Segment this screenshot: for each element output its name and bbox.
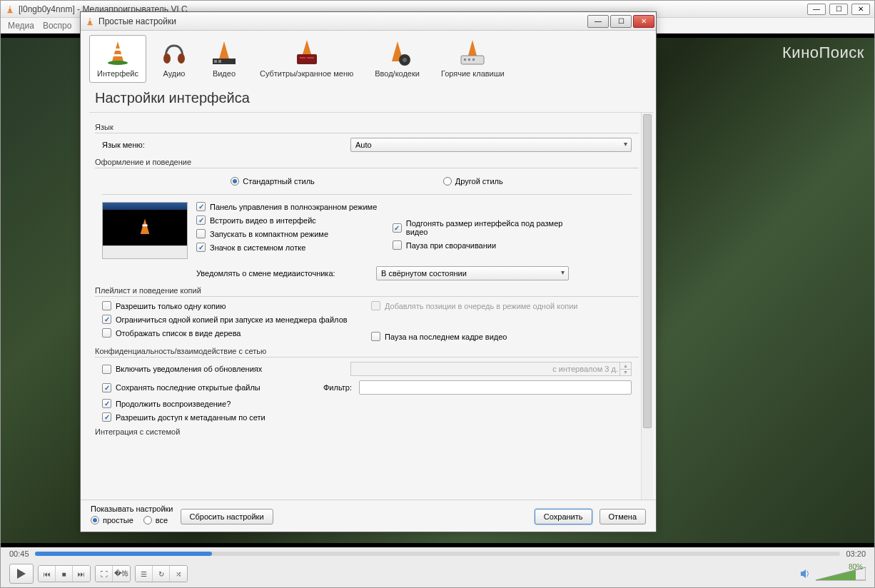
notify-select[interactable]: В свёрнутом состоянии — [376, 266, 569, 280]
preferences-dialog: Простые настройки — ☐ ✕ Интерфейс Аудио … — [80, 11, 657, 532]
scroll-thumb[interactable] — [643, 114, 652, 428]
section-language: Язык — [95, 123, 639, 133]
checkbox-enqueue: Добавлять позиции в очередь в режиме одн… — [371, 301, 632, 310]
svg-rect-1 — [9, 7, 11, 8]
dialog-minimize-button[interactable]: — — [587, 15, 609, 28]
radio-custom-style[interactable]: Другой стиль — [443, 177, 503, 186]
tab-input-codecs[interactable]: Ввод/кодеки — [367, 35, 428, 83]
time-elapsed[interactable]: 00:45 — [9, 549, 29, 558]
subtitles-icon — [293, 39, 321, 67]
seek-slider[interactable] — [35, 552, 841, 556]
checkbox-pause-minimize[interactable]: Пауза при сворачивании — [393, 240, 580, 250]
checkbox-one-instance[interactable]: Разрешить только одну копию — [102, 301, 363, 310]
tab-label: Видео — [213, 69, 236, 78]
ext-settings-button[interactable]: �饰 — [113, 566, 130, 582]
close-button[interactable]: ✕ — [851, 4, 870, 15]
tab-hotkeys[interactable]: Горячие клавиши — [433, 35, 512, 83]
checkbox-resume-playback[interactable]: ✓Продолжить воспроизведение? — [102, 399, 632, 408]
dialog-footer: Показывать настройки простые все Сбросит… — [81, 500, 656, 532]
playlist-group: ☰ ↻ ⤭ — [135, 565, 188, 582]
checkbox-metadata-net[interactable]: ✓Разрешить доступ к метаданным по сети — [102, 412, 632, 422]
volume-text: 80% — [849, 563, 863, 571]
section-system: Интеграция с системой — [95, 427, 639, 437]
show-settings-label: Показывать настройки — [91, 505, 173, 513]
minimize-button[interactable]: — — [807, 4, 826, 15]
svg-rect-19 — [218, 60, 221, 63]
cone-icon — [103, 39, 132, 67]
prev-button[interactable]: ⏮ — [39, 566, 56, 582]
reset-button[interactable]: Сбросить настройки — [181, 509, 273, 524]
tab-video[interactable]: Видео — [202, 35, 246, 83]
menu-language-select[interactable]: Auto — [350, 138, 632, 152]
dialog-maximize-button[interactable]: ☐ — [610, 15, 632, 28]
main-window-controls: — ☐ ✕ — [807, 4, 870, 15]
svg-marker-3 — [17, 569, 26, 579]
svg-rect-21 — [297, 54, 317, 64]
dialog-close-button[interactable]: ✕ — [633, 15, 654, 28]
checkbox-fs-controls[interactable]: ✓Панель управления в полноэкранном режим… — [196, 202, 384, 211]
section-look: Оформление и поведение — [95, 158, 639, 168]
loop-button[interactable]: ↻ — [153, 566, 170, 582]
scrollbar[interactable] — [641, 113, 653, 500]
time-total[interactable]: 03:20 — [846, 549, 866, 558]
svg-marker-4 — [801, 569, 806, 578]
stop-button[interactable]: ■ — [56, 566, 73, 582]
page-heading: Настройки интерфейса — [81, 83, 656, 112]
menu-media[interactable]: Медиа — [8, 21, 34, 31]
controls-row: ⏮ ■ ⏭ ⛶ �饰 ☰ ↻ ⤭ 80% — [1, 560, 874, 587]
play-button[interactable] — [9, 564, 34, 584]
shuffle-button[interactable]: ⤭ — [170, 566, 187, 582]
tab-label: Аудио — [163, 69, 185, 78]
menu-playback[interactable]: Воспро — [43, 21, 72, 31]
volume-slider[interactable]: 80% — [816, 566, 866, 582]
checkbox-tree-view[interactable]: Отображать список в виде дерева — [102, 328, 363, 338]
vlc-icon — [5, 4, 15, 14]
speaker-icon[interactable] — [800, 568, 811, 579]
checkbox-minimal-view[interactable]: Запускать в компактном режиме — [196, 229, 384, 238]
checkbox-recent-files[interactable]: ✓Сохранять последние открытые файлы — [102, 383, 316, 392]
svg-point-13 — [108, 61, 128, 65]
radio-all[interactable]: все — [143, 516, 168, 524]
vlc-icon — [85, 16, 95, 26]
checkbox-one-from-fm[interactable]: ✓Ограничиться одной копией при запуске и… — [102, 315, 363, 324]
maximize-button[interactable]: ☐ — [829, 4, 848, 15]
filter-label: Фильтр: — [323, 383, 352, 392]
view-group: ⛶ �饰 — [95, 565, 131, 582]
tab-label: Субтитры/экранное меню — [260, 69, 353, 78]
tab-subtitles[interactable]: Субтитры/экранное меню — [252, 35, 361, 83]
radio-native-style[interactable]: Стандартный стиль — [231, 177, 315, 186]
svg-rect-29 — [464, 59, 466, 61]
checkbox-pause-lastframe[interactable]: Пауза на последнем кадре видео — [371, 332, 632, 341]
radio-icon — [443, 177, 452, 186]
playlist-button[interactable]: ☰ — [136, 566, 153, 582]
svg-rect-33 — [142, 225, 147, 227]
checkbox-systray[interactable]: ✓Значок в системном лотке — [196, 243, 384, 252]
cancel-button[interactable]: Отмена — [600, 509, 646, 524]
codec-icon — [383, 39, 412, 67]
checkbox-resize-interface[interactable]: ✓Подгонять размер интерфейса под размер … — [393, 219, 580, 236]
volume-area: 80% — [800, 566, 866, 582]
svg-point-26 — [403, 58, 407, 62]
checkbox-updates[interactable]: Включить уведомления об обновлениях — [102, 365, 345, 374]
menu-language-label: Язык меню: — [102, 141, 345, 149]
radio-simple[interactable]: простые — [91, 516, 133, 524]
filter-input[interactable] — [359, 380, 632, 395]
checkbox-embed-video[interactable]: ✓Встроить видео в интерфейс — [196, 216, 384, 225]
tab-audio[interactable]: Аудио — [152, 35, 196, 83]
settings-scroll: Язык Язык меню: Auto Оформление и поведе… — [89, 112, 653, 500]
radio-icon — [231, 177, 239, 186]
film-icon — [210, 39, 238, 67]
next-button[interactable]: ⏭ — [73, 566, 90, 582]
svg-marker-0 — [9, 5, 12, 11]
notify-label: Уведомлять о смене медиаисточника: — [196, 269, 368, 278]
fullscreen-button[interactable]: ⛶ — [96, 566, 113, 582]
tab-interface[interactable]: Интерфейс — [89, 35, 146, 83]
watermark-text: КиноПоиск — [782, 44, 864, 62]
save-button[interactable]: Сохранить — [535, 509, 592, 524]
keyboard-icon — [458, 39, 487, 67]
seekbar-row: 00:45 03:20 — [1, 547, 874, 560]
svg-rect-23 — [307, 57, 314, 59]
dialog-titlebar: Простые настройки — ☐ ✕ — [81, 12, 656, 31]
svg-rect-11 — [115, 49, 121, 51]
section-privacy: Конфиденциальность/взаимодействие с сеть… — [95, 347, 639, 358]
